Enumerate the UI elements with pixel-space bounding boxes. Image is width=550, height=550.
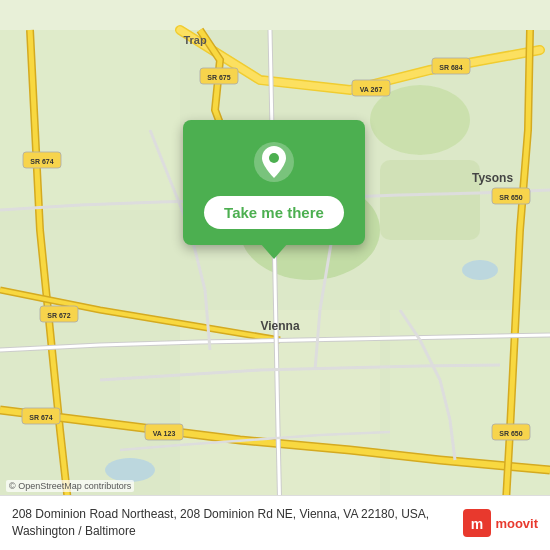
svg-text:SR 650: SR 650 <box>499 194 522 201</box>
svg-text:VA 267: VA 267 <box>360 86 383 93</box>
svg-point-32 <box>269 153 279 163</box>
svg-point-8 <box>462 260 498 280</box>
svg-text:VA 123: VA 123 <box>153 430 176 437</box>
info-bar: 208 Dominion Road Northeast, 208 Dominio… <box>0 495 550 550</box>
moovit-icon: m <box>463 509 491 537</box>
svg-text:SR 674: SR 674 <box>29 414 52 421</box>
popup-card: Take me there <box>183 120 365 245</box>
svg-rect-3 <box>380 160 480 240</box>
svg-rect-5 <box>0 230 160 430</box>
svg-rect-4 <box>0 30 180 210</box>
svg-text:Tysons: Tysons <box>472 171 513 185</box>
map-container: SR 675 SR 684 SR 674 VA 267 SR 650 SR 67… <box>0 0 550 550</box>
svg-text:SR 674: SR 674 <box>30 158 53 165</box>
osm-attribution: © OpenStreetMap contributors <box>6 480 134 492</box>
svg-text:SR 675: SR 675 <box>207 74 230 81</box>
moovit-badge: m moovit <box>463 509 538 537</box>
take-me-there-button[interactable]: Take me there <box>204 196 344 229</box>
svg-text:SR 650: SR 650 <box>499 430 522 437</box>
address-text: 208 Dominion Road Northeast, 208 Dominio… <box>12 506 455 540</box>
svg-text:Trap: Trap <box>183 34 207 46</box>
svg-text:Vienna: Vienna <box>260 319 299 333</box>
svg-text:SR 672: SR 672 <box>47 312 70 319</box>
svg-point-9 <box>105 458 155 482</box>
map-svg: SR 675 SR 684 SR 674 VA 267 SR 650 SR 67… <box>0 0 550 550</box>
svg-text:m: m <box>471 516 483 532</box>
svg-text:SR 684: SR 684 <box>439 64 462 71</box>
location-pin-icon <box>252 140 296 184</box>
moovit-text: moovit <box>495 516 538 531</box>
